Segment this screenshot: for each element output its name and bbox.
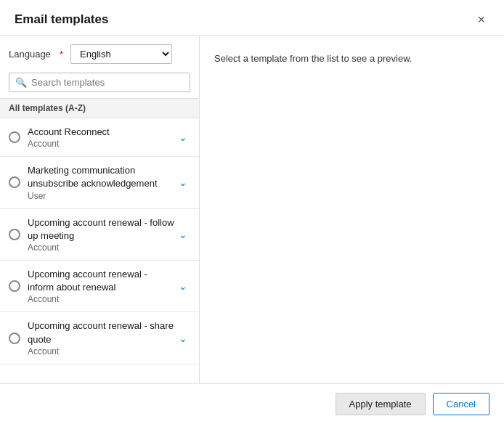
- chevron-down-icon[interactable]: ⌄: [176, 227, 190, 242]
- language-select[interactable]: English: [70, 44, 172, 64]
- chevron-down-icon[interactable]: ⌄: [176, 130, 190, 144]
- left-panel: Language * English 🔍 All templates (A-Z): [0, 36, 200, 383]
- search-icon: 🔍: [15, 77, 27, 88]
- list-item[interactable]: Upcoming account renewal - follow up mee…: [0, 209, 199, 261]
- preview-hint: Select a template from the list to see a…: [214, 53, 412, 64]
- required-indicator: *: [60, 49, 63, 60]
- language-row: Language * English: [0, 44, 199, 73]
- chevron-down-icon[interactable]: ⌄: [176, 279, 190, 293]
- dialog-footer: Apply template Cancel: [0, 383, 504, 424]
- template-type: Account: [28, 139, 176, 149]
- template-info: Upcoming account renewal - follow up mee…: [28, 216, 176, 253]
- list-item[interactable]: Upcoming account renewal - inform about …: [0, 261, 199, 312]
- template-name: Upcoming account renewal - follow up mee…: [28, 216, 176, 242]
- dialog-header: Email templates ×: [0, 0, 504, 36]
- template-name: Upcoming account renewal - inform about …: [28, 268, 176, 294]
- template-type: Account: [28, 346, 176, 356]
- email-templates-dialog: Email templates × Language * English 🔍 A…: [0, 0, 504, 424]
- template-list: Account Reconnect Account ⌄ Marketing co…: [0, 118, 199, 383]
- dialog-title: Email templates: [15, 12, 108, 27]
- chevron-down-icon[interactable]: ⌄: [176, 331, 190, 346]
- chevron-down-icon[interactable]: ⌄: [176, 175, 190, 189]
- template-name: Upcoming account renewal - share quote: [28, 319, 176, 346]
- list-item[interactable]: Upcoming account renewal - share quote A…: [0, 312, 199, 364]
- template-name: Marketing communication unsubscribe ackn…: [28, 164, 176, 190]
- right-panel: Select a template from the list to see a…: [200, 36, 504, 383]
- radio-account-reconnect[interactable]: [9, 131, 20, 143]
- radio-renewal-followup[interactable]: [9, 229, 20, 240]
- language-label: Language: [9, 49, 54, 60]
- template-type: Account: [28, 242, 176, 253]
- list-item[interactable]: Account Reconnect Account ⌄: [0, 118, 199, 157]
- radio-marketing[interactable]: [9, 176, 20, 188]
- radio-renewal-inform[interactable]: [9, 280, 20, 292]
- apply-template-button[interactable]: Apply template: [336, 393, 426, 415]
- search-box: 🔍: [9, 73, 190, 92]
- template-info: Upcoming account renewal - share quote A…: [28, 319, 176, 356]
- search-input[interactable]: [31, 77, 184, 88]
- dialog-body: Language * English 🔍 All templates (A-Z): [0, 36, 504, 383]
- list-item[interactable]: Marketing communication unsubscribe ackn…: [0, 157, 199, 208]
- section-header: All templates (A-Z): [0, 98, 199, 118]
- template-name: Account Reconnect: [28, 126, 176, 139]
- template-info: Account Reconnect Account: [28, 126, 176, 149]
- template-type: User: [28, 191, 176, 201]
- template-type: Account: [28, 294, 176, 304]
- radio-renewal-quote[interactable]: [9, 333, 20, 344]
- cancel-button[interactable]: Cancel: [433, 393, 489, 415]
- template-info: Upcoming account renewal - inform about …: [28, 268, 176, 304]
- template-info: Marketing communication unsubscribe ackn…: [28, 164, 176, 200]
- close-button[interactable]: ×: [473, 12, 489, 28]
